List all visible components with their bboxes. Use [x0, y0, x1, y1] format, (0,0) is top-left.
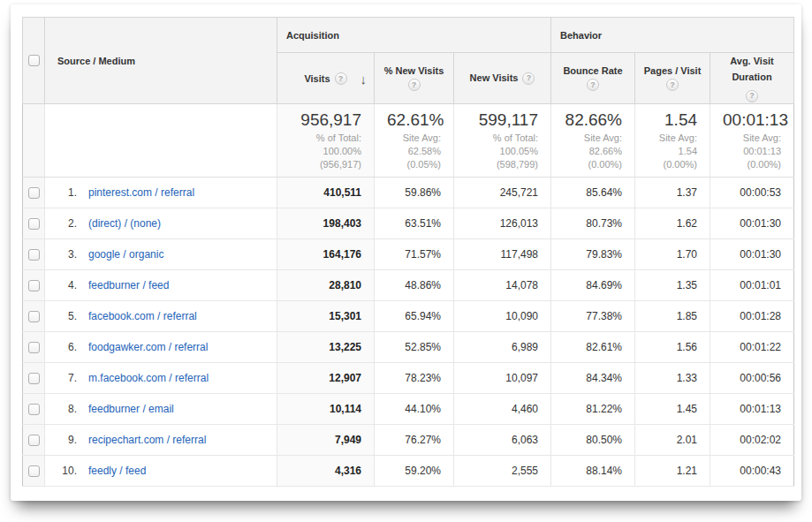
- row-checkbox[interactable]: [28, 311, 40, 322]
- pct-new-visits-cell: 52.85%: [375, 332, 454, 363]
- summary-visits-subtext: % of Total: 100.00% (956,917): [290, 132, 361, 171]
- row-rank: 2.: [56, 217, 77, 230]
- pct-new-visits-cell: 63.51%: [375, 208, 454, 239]
- source-medium-link[interactable]: (direct) / (none): [88, 217, 161, 230]
- row-checkbox[interactable]: [28, 218, 40, 230]
- pages-visit-cell: 1.45: [635, 394, 710, 425]
- source-medium-cell: 3.google / organic: [45, 239, 277, 270]
- row-checkbox-cell: [23, 208, 45, 239]
- group-header-row: Source / Medium Acquisition Behavior: [23, 18, 794, 53]
- pct-new-visits-cell: 59.20%: [375, 456, 454, 487]
- table-row: 1.pinterest.com / referral410,51159.86%2…: [23, 178, 794, 208]
- row-checkbox-cell: [23, 425, 45, 456]
- pages-visit-cell: 1.33: [635, 363, 710, 394]
- select-all-checkbox[interactable]: [28, 55, 40, 66]
- summary-avg-visit-duration-value: 00:01:13: [723, 110, 781, 131]
- source-medium-cell: 9.recipechart.com / referral: [45, 425, 277, 456]
- source-medium-link[interactable]: google / organic: [88, 248, 163, 261]
- pct-new-visits-cell: 71.57%: [375, 239, 454, 270]
- help-icon[interactable]: ?: [587, 79, 599, 91]
- new-visits-cell: 6,989: [454, 332, 551, 363]
- header-new-visits[interactable]: New Visits ?: [454, 53, 551, 104]
- row-rank: 1.: [56, 186, 77, 199]
- new-visits-cell: 6,063: [454, 425, 551, 456]
- new-visits-cell: 14,078: [454, 270, 551, 301]
- analytics-report-card: Source / Medium Acquisition Behavior Vis…: [11, 4, 801, 501]
- pct-new-visits-cell: 59.86%: [375, 178, 454, 208]
- pct-new-visits-cell: 65.94%: [375, 301, 454, 332]
- source-medium-cell: 4.feedburner / feed: [45, 270, 277, 301]
- header-source-medium[interactable]: Source / Medium: [45, 18, 277, 104]
- visits-cell: 15,301: [277, 301, 375, 332]
- row-checkbox[interactable]: [28, 342, 40, 353]
- pages-visit-cell: 1.56: [635, 332, 710, 363]
- summary-new-visits-subtext: % of Total: 100.05% (598,799): [467, 132, 538, 171]
- help-icon[interactable]: ?: [666, 79, 679, 91]
- select-all-checkbox-cell: [23, 18, 45, 104]
- header-bounce-rate[interactable]: Bounce Rate ?: [551, 53, 635, 104]
- bounce-rate-cell: 80.50%: [551, 425, 635, 456]
- source-medium-link[interactable]: facebook.com / referral: [88, 310, 197, 322]
- row-checkbox[interactable]: [28, 280, 40, 291]
- row-rank: 5.: [56, 310, 77, 322]
- source-medium-link[interactable]: recipechart.com / referral: [88, 434, 206, 446]
- row-checkbox[interactable]: [28, 373, 40, 384]
- bounce-rate-cell: 88.14%: [551, 456, 635, 487]
- row-checkbox-cell: [23, 270, 45, 301]
- row-checkbox-cell: [23, 363, 45, 394]
- pct-new-visits-cell: 48.86%: [375, 270, 454, 301]
- source-medium-link[interactable]: m.facebook.com / referral: [88, 372, 209, 384]
- bounce-rate-cell: 85.64%: [551, 178, 635, 208]
- header-pct-new-visits[interactable]: % New Visits ?: [375, 53, 454, 104]
- help-icon[interactable]: ?: [408, 79, 421, 91]
- header-avg-visit-duration[interactable]: Avg. Visit Duration ?: [710, 53, 794, 104]
- table-row: 4.feedburner / feed28,81048.86%14,07884.…: [23, 270, 794, 301]
- source-medium-link[interactable]: feedburner / feed: [88, 279, 169, 291]
- row-checkbox[interactable]: [28, 404, 40, 415]
- table-row: 2.(direct) / (none)198,40363.51%126,0138…: [23, 208, 794, 239]
- source-medium-link[interactable]: foodgawker.com / referral: [88, 341, 208, 353]
- source-medium-link[interactable]: feedly / feed: [88, 465, 146, 477]
- source-medium-cell: 5.facebook.com / referral: [45, 301, 277, 332]
- summary-checkbox-cell: [23, 104, 45, 178]
- row-checkbox[interactable]: [28, 435, 40, 446]
- help-icon[interactable]: ?: [746, 90, 758, 102]
- header-pages-visit-label: Pages / Visit: [644, 65, 702, 76]
- source-medium-link[interactable]: pinterest.com / referral: [88, 186, 194, 199]
- help-icon[interactable]: ?: [335, 72, 347, 85]
- row-rank: 4.: [56, 279, 77, 291]
- pages-visit-cell: 1.35: [635, 270, 710, 301]
- source-medium-link[interactable]: feedburner / email: [88, 403, 174, 415]
- pct-new-visits-cell: 78.23%: [375, 363, 454, 394]
- visits-cell: 410,511: [277, 178, 375, 208]
- new-visits-cell: 245,721: [454, 178, 551, 208]
- row-rank: 10.: [56, 465, 77, 477]
- avg-visit-duration-cell: 00:00:53: [710, 178, 794, 208]
- source-medium-cell: 10.feedly / feed: [45, 456, 277, 487]
- visits-cell: 7,949: [277, 425, 375, 456]
- new-visits-cell: 117,498: [454, 239, 551, 270]
- summary-pages-visit-subtext: Site Avg: 1.54 (0.00%): [648, 132, 697, 171]
- summary-pages-visit-cell: 1.54 Site Avg: 1.54 (0.00%): [635, 104, 710, 178]
- summary-pct-new-visits-subtext: Site Avg: 62.58% (0.05%): [387, 132, 441, 171]
- new-visits-cell: 2,555: [454, 456, 551, 487]
- visits-cell: 164,176: [277, 239, 375, 270]
- row-rank: 6.: [56, 341, 77, 353]
- avg-visit-duration-cell: 00:01:01: [710, 270, 794, 301]
- bounce-rate-cell: 84.34%: [551, 363, 635, 394]
- header-pages-visit[interactable]: Pages / Visit ?: [635, 53, 710, 104]
- row-checkbox[interactable]: [28, 465, 40, 477]
- bounce-rate-cell: 80.73%: [551, 208, 635, 239]
- row-checkbox-cell: [23, 332, 45, 363]
- summary-avg-visit-duration-cell: 00:01:13 Site Avg: 00:01:13 (0.00%): [710, 104, 794, 178]
- row-rank: 3.: [56, 248, 77, 261]
- table-row: 9.recipechart.com / referral7,94976.27%6…: [23, 425, 794, 456]
- header-visits-label: Visits: [304, 73, 330, 84]
- pages-visit-cell: 1.37: [635, 178, 710, 208]
- row-checkbox[interactable]: [28, 187, 40, 199]
- row-checkbox[interactable]: [28, 249, 40, 261]
- group-acquisition-label: Acquisition: [286, 30, 339, 41]
- summary-source-cell: [45, 104, 277, 178]
- header-visits[interactable]: Visits ? ↓: [277, 53, 375, 104]
- help-icon[interactable]: ?: [522, 72, 535, 85]
